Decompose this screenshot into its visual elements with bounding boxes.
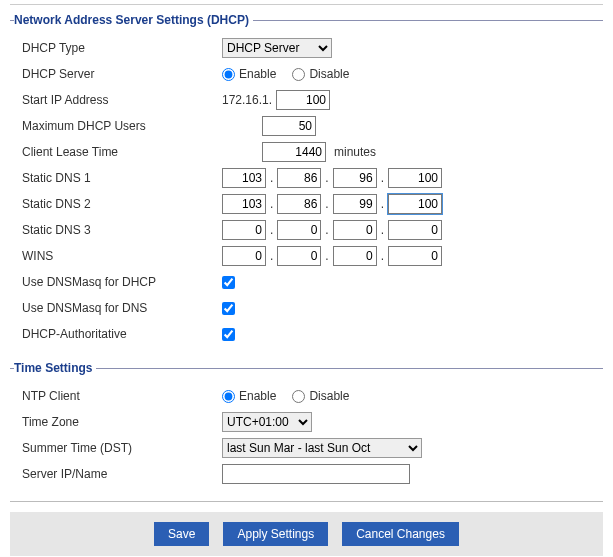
button-bar: Save Apply Settings Cancel Changes: [10, 512, 603, 556]
dhcp-server-disable-radio[interactable]: [292, 68, 305, 81]
server-ip-input[interactable]: [222, 464, 410, 484]
max-users-label: Maximum DHCP Users: [22, 119, 222, 133]
top-divider: [10, 4, 603, 5]
row-dns1: Static DNS 1 . . .: [18, 165, 599, 191]
row-max-users: Maximum DHCP Users: [18, 113, 599, 139]
dhcp-section-legend: Network Address Server Settings (DHCP): [14, 13, 253, 27]
wins-label: WINS: [22, 249, 222, 263]
ntp-enable-radio[interactable]: [222, 390, 235, 403]
time-settings-section: Time Settings NTP Client Enable Disable …: [10, 361, 603, 493]
dns2-label: Static DNS 2: [22, 197, 222, 211]
row-dnsmasq-dns: Use DNSMasq for DNS: [18, 295, 599, 321]
dns1-label: Static DNS 1: [22, 171, 222, 185]
dns2-oct3[interactable]: [333, 194, 377, 214]
dns3-oct1[interactable]: [222, 220, 266, 240]
ntp-disable-option[interactable]: Disable: [292, 389, 349, 403]
dns1-oct3[interactable]: [333, 168, 377, 188]
time-section-legend: Time Settings: [14, 361, 96, 375]
dns1-oct1[interactable]: [222, 168, 266, 188]
ntp-enable-option[interactable]: Enable: [222, 389, 276, 403]
row-dhcp-authoritative: DHCP-Authoritative: [18, 321, 599, 347]
row-dns3: Static DNS 3 . . .: [18, 217, 599, 243]
row-dhcp-type: DHCP Type DHCP Server: [18, 35, 599, 61]
wins-oct2[interactable]: [277, 246, 321, 266]
start-ip-label: Start IP Address: [22, 93, 222, 107]
row-dns2: Static DNS 2 . . .: [18, 191, 599, 217]
dst-label: Summer Time (DST): [22, 441, 222, 455]
row-dnsmasq-dhcp: Use DNSMasq for DHCP: [18, 269, 599, 295]
dns1-oct2[interactable]: [277, 168, 321, 188]
dhcp-type-label: DHCP Type: [22, 41, 222, 55]
save-button[interactable]: Save: [154, 522, 209, 546]
dns1-oct4[interactable]: [388, 168, 442, 188]
dns3-oct3[interactable]: [333, 220, 377, 240]
row-ntp-client: NTP Client Enable Disable: [18, 383, 599, 409]
row-timezone: Time Zone UTC+01:00: [18, 409, 599, 435]
dnsmasq-dns-checkbox[interactable]: [222, 302, 235, 315]
dhcp-server-enable-radio[interactable]: [222, 68, 235, 81]
dns3-label: Static DNS 3: [22, 223, 222, 237]
max-users-input[interactable]: [262, 116, 316, 136]
wins-oct3[interactable]: [333, 246, 377, 266]
bottom-divider: [10, 501, 603, 502]
lease-time-input[interactable]: [262, 142, 326, 162]
row-start-ip: Start IP Address 172.16.1.: [18, 87, 599, 113]
dhcp-authoritative-label: DHCP-Authoritative: [22, 327, 222, 341]
timezone-label: Time Zone: [22, 415, 222, 429]
dhcp-authoritative-checkbox[interactable]: [222, 328, 235, 341]
timezone-select[interactable]: UTC+01:00: [222, 412, 312, 432]
apply-settings-button[interactable]: Apply Settings: [223, 522, 328, 546]
dnsmasq-dns-label: Use DNSMasq for DNS: [22, 301, 222, 315]
dnsmasq-dhcp-label: Use DNSMasq for DHCP: [22, 275, 222, 289]
dhcp-settings-section: Network Address Server Settings (DHCP) D…: [10, 13, 603, 353]
dns3-oct4[interactable]: [388, 220, 442, 240]
dhcp-type-select[interactable]: DHCP Server: [222, 38, 332, 58]
dns2-oct2[interactable]: [277, 194, 321, 214]
row-server-ip: Server IP/Name: [18, 461, 599, 487]
lease-time-unit: minutes: [334, 145, 376, 159]
row-lease-time: Client Lease Time minutes: [18, 139, 599, 165]
dns3-oct2[interactable]: [277, 220, 321, 240]
dhcp-server-disable-option[interactable]: Disable: [292, 67, 349, 81]
row-dhcp-server: DHCP Server Enable Disable: [18, 61, 599, 87]
start-ip-prefix: 172.16.1.: [222, 93, 272, 107]
wins-oct1[interactable]: [222, 246, 266, 266]
dhcp-server-label: DHCP Server: [22, 67, 222, 81]
wins-oct4[interactable]: [388, 246, 442, 266]
ntp-client-label: NTP Client: [22, 389, 222, 403]
dhcp-server-enable-option[interactable]: Enable: [222, 67, 276, 81]
ntp-disable-radio[interactable]: [292, 390, 305, 403]
cancel-changes-button[interactable]: Cancel Changes: [342, 522, 459, 546]
dst-select[interactable]: last Sun Mar - last Sun Oct: [222, 438, 422, 458]
dns2-oct4[interactable]: [388, 194, 442, 214]
row-wins: WINS . . .: [18, 243, 599, 269]
row-dst: Summer Time (DST) last Sun Mar - last Su…: [18, 435, 599, 461]
start-ip-last-octet[interactable]: [276, 90, 330, 110]
dnsmasq-dhcp-checkbox[interactable]: [222, 276, 235, 289]
dns2-oct1[interactable]: [222, 194, 266, 214]
lease-time-label: Client Lease Time: [22, 145, 222, 159]
server-ip-label: Server IP/Name: [22, 467, 222, 481]
